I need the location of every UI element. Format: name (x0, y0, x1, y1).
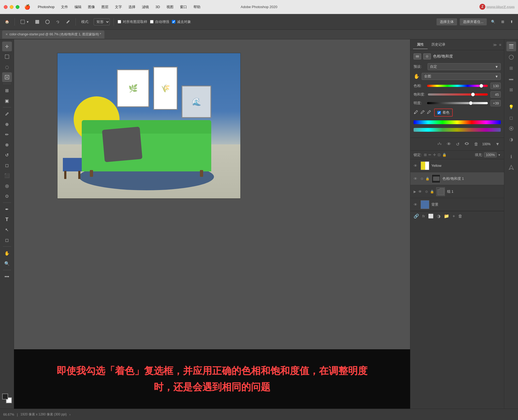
lock-all-icon[interactable]: 🔒 (442, 153, 447, 157)
minimize-button[interactable] (10, 5, 13, 9)
eyedropper-btn[interactable] (414, 110, 418, 116)
layer-group-1[interactable]: ▶ 👁 ⊙ 🔒 组 1 (410, 185, 504, 198)
tab-close-btn[interactable]: ✕ (5, 33, 8, 36)
colorize-input[interactable] (437, 111, 441, 114)
square-icon[interactable] (33, 19, 41, 25)
close-button[interactable] (4, 5, 8, 9)
eyedropper-remove-btn[interactable]: - (427, 110, 431, 116)
menu-text[interactable]: 文字 (112, 4, 125, 11)
preset-dropdown[interactable]: 自定 ▼ (428, 63, 501, 70)
traffic-lights[interactable] (4, 5, 19, 9)
maximize-button[interactable] (16, 5, 19, 9)
menu-layer[interactable]: 图层 (99, 4, 111, 11)
layer-background[interactable]: 👁 背景 (410, 198, 504, 211)
history-brush-tool[interactable]: ↺ (2, 150, 12, 160)
tab-history[interactable]: 历史记录 (428, 40, 449, 49)
color-panel-btn[interactable] (506, 52, 516, 62)
add-mask-btn[interactable]: ⬜ (428, 214, 434, 219)
link-layers-btn[interactable]: 🔗 (414, 214, 419, 219)
fill-value[interactable]: 100% (484, 152, 497, 157)
lock-brush-icon[interactable]: ✏ (428, 153, 431, 157)
text-tool[interactable]: T (2, 215, 12, 224)
document-tab[interactable]: ✕ color-change-starter.psd @ 66.7% (色相/饱… (2, 31, 104, 39)
stamp-tool[interactable]: ⊗ (2, 140, 12, 150)
layer-group-chain[interactable]: ⊙ (425, 190, 428, 194)
fx-btn[interactable]: fx (422, 214, 425, 218)
hue-slider-track[interactable] (427, 84, 488, 88)
tab-properties[interactable]: 属性 (413, 40, 428, 49)
new-adjustment-btn[interactable]: ◑ (437, 214, 441, 219)
selection-tool[interactable] (2, 52, 12, 62)
shape-tool[interactable]: ◻ (2, 235, 12, 245)
zoom-tool[interactable]: 🔍 (2, 259, 12, 268)
navigator-panel-btn[interactable] (506, 162, 516, 172)
visibility-btn[interactable]: 👁 (446, 141, 452, 148)
menu-view[interactable]: 视图 (164, 4, 176, 11)
checkbox-auto-enhance[interactable]: 自动增强 (150, 19, 169, 24)
lasso-icon[interactable] (54, 19, 62, 25)
light-slider-track[interactable] (427, 101, 488, 105)
swatches-panel-btn[interactable]: ⊞ (506, 63, 516, 73)
colorize-checkbox-group[interactable]: 着色 (434, 109, 453, 117)
move-tool[interactable]: ✛ (2, 42, 12, 51)
eraser-tool[interactable]: ◻ (2, 160, 12, 170)
dodge-tool[interactable]: ⊙ (2, 191, 12, 201)
layer-chain-icon[interactable]: ⊙ (421, 177, 423, 181)
search-icon[interactable]: 🔍 (489, 19, 497, 25)
select-mask-btn[interactable]: 选择并遮住... (460, 18, 487, 25)
foreground-swatch[interactable] (2, 394, 8, 399)
pen-tool[interactable]: ✒ (2, 204, 12, 214)
eye-preview-btn[interactable] (463, 140, 470, 148)
hue-thumb[interactable] (479, 84, 483, 88)
circle-icon[interactable] (44, 19, 51, 25)
layer-eye-huesat[interactable]: 👁 (414, 177, 418, 181)
checkbox-subtract-object[interactable]: 减去对象 (172, 19, 191, 24)
info-panel-btn[interactable]: ℹ (506, 152, 516, 161)
chevron-right-icon[interactable]: › (69, 413, 70, 416)
layer-eye-yellow[interactable]: 👁 (414, 164, 418, 168)
lock-icons[interactable]: ⊞ ✏ ✛ ⊡ 🔒 (424, 153, 447, 157)
magic-select-tool[interactable] (2, 72, 12, 82)
delete-layer-btn[interactable]: 🗑 (458, 214, 462, 219)
gradient-tool[interactable]: ⬛ (2, 171, 12, 180)
expand-icon[interactable]: ≫ (493, 43, 497, 47)
lasso-tool[interactable]: ◌ (2, 62, 12, 72)
menu-filter[interactable]: 滤镜 (139, 4, 152, 11)
select-tool-btn[interactable]: ▼ (19, 19, 31, 25)
apple-menu[interactable]: 🍎 (24, 4, 30, 10)
frame-tool[interactable]: ▣ (2, 96, 12, 106)
blur-tool[interactable]: ◎ (2, 181, 12, 191)
mode-select[interactable]: 矩形 (94, 18, 110, 25)
menu-photoshop[interactable]: Photoshop (35, 4, 57, 10)
lock-pixel-icon[interactable]: ⊞ (424, 153, 427, 157)
new-group-btn[interactable]: 📁 (444, 214, 449, 219)
channel-dropdown[interactable]: 全图 ▼ (422, 73, 501, 80)
layer-hue-sat[interactable]: 👁 ⊙ 🔒 色相/饱和度 1 (410, 172, 504, 185)
layer-eye-group[interactable]: 👁 (418, 189, 423, 194)
gradient-panel-btn[interactable]: ▬ (506, 74, 516, 84)
sat-value[interactable]: 45 (490, 91, 501, 98)
heal-tool[interactable]: ⊕ (2, 119, 12, 129)
opacity-dropdown[interactable]: ▼ (494, 141, 501, 148)
hand-tool[interactable]: ✋ (2, 248, 12, 258)
properties-btn[interactable] (506, 124, 516, 133)
adjustment-panel-btn[interactable]: ◑ (506, 134, 516, 144)
more-tools-btn[interactable]: ••• (2, 272, 12, 282)
menu-3d[interactable]: 3D (153, 4, 163, 10)
layer-group-arrow[interactable]: ▶ (414, 190, 416, 194)
lighting-panel-btn[interactable]: 💡 (506, 102, 516, 112)
brush-tool[interactable]: ✏ (2, 130, 12, 139)
reset-btn[interactable]: ↺ (455, 141, 461, 148)
menu-help[interactable]: 帮助 (191, 4, 203, 11)
menu-image[interactable]: 图像 (85, 4, 98, 11)
sat-slider-track[interactable] (428, 92, 488, 97)
layout-icon[interactable]: ⊞ (500, 19, 506, 25)
hand-icon[interactable]: ✋ (414, 73, 420, 79)
magic-wand-icon[interactable] (64, 19, 72, 25)
home-btn[interactable]: 🏠 (3, 19, 11, 25)
fg-bg-swatch-group[interactable] (2, 394, 12, 403)
light-value[interactable]: +39 (490, 100, 501, 106)
select-subject-btn[interactable]: 选择主体 (437, 18, 457, 25)
menu-select[interactable]: 选择 (126, 4, 138, 11)
eyedropper-tool[interactable] (2, 109, 12, 119)
